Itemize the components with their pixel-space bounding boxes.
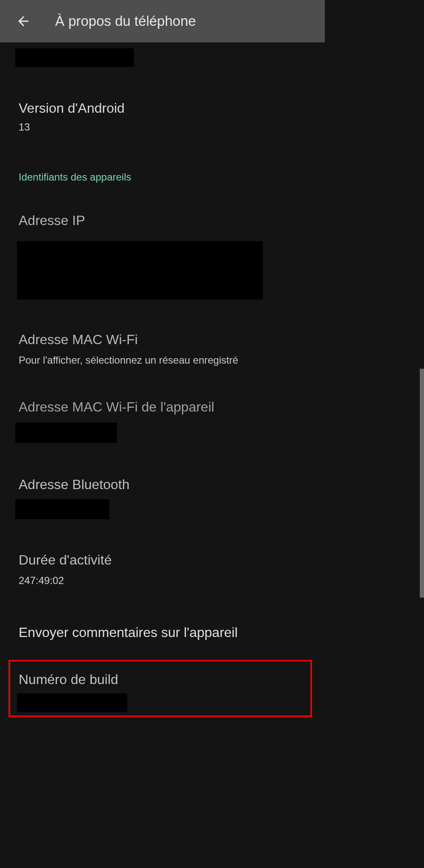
redacted-value bbox=[15, 48, 134, 67]
content-area: Version d'Android 13 Identifiants des ap… bbox=[0, 48, 325, 717]
redacted-value bbox=[17, 241, 263, 300]
send-feedback-item[interactable]: Envoyer commentaires sur l'appareil bbox=[19, 625, 306, 640]
activity-duration-item[interactable]: Durée d'activité 247:49:02 bbox=[19, 552, 306, 587]
mac-wifi-item[interactable]: Adresse MAC Wi-Fi Pour l'afficher, sélec… bbox=[19, 332, 306, 366]
mac-wifi-subtitle: Pour l'afficher, sélectionnez un réseau … bbox=[19, 354, 306, 366]
mac-wifi-title: Adresse MAC Wi-Fi bbox=[19, 332, 306, 348]
android-version-item[interactable]: Version d'Android 13 bbox=[19, 100, 306, 133]
build-number-title: Numéro de build bbox=[19, 672, 302, 687]
redacted-value bbox=[17, 693, 127, 712]
android-version-value: 13 bbox=[19, 121, 306, 133]
android-version-title: Version d'Android bbox=[19, 100, 306, 116]
redacted-value bbox=[15, 499, 109, 519]
arrow-back-icon bbox=[16, 14, 31, 29]
ip-address-title: Adresse IP bbox=[19, 213, 306, 228]
page-title: À propos du téléphone bbox=[55, 13, 196, 29]
redacted-value bbox=[15, 423, 117, 443]
back-button[interactable] bbox=[13, 11, 34, 32]
mac-wifi-device-item[interactable]: Adresse MAC Wi-Fi de l'appareil bbox=[19, 399, 306, 443]
device-ids-section-header: Identifiants des appareils bbox=[19, 171, 306, 183]
build-number-item[interactable]: Numéro de build bbox=[8, 660, 312, 717]
mac-wifi-device-title: Adresse MAC Wi-Fi de l'appareil bbox=[19, 399, 306, 415]
ip-address-item[interactable]: Adresse IP bbox=[19, 213, 306, 300]
header-bar: À propos du téléphone bbox=[0, 0, 325, 42]
bluetooth-title: Adresse Bluetooth bbox=[19, 477, 306, 492]
activity-duration-title: Durée d'activité bbox=[19, 552, 306, 568]
send-feedback-title: Envoyer commentaires sur l'appareil bbox=[19, 625, 306, 640]
activity-duration-value: 247:49:02 bbox=[19, 575, 306, 587]
bluetooth-item[interactable]: Adresse Bluetooth bbox=[19, 477, 306, 519]
